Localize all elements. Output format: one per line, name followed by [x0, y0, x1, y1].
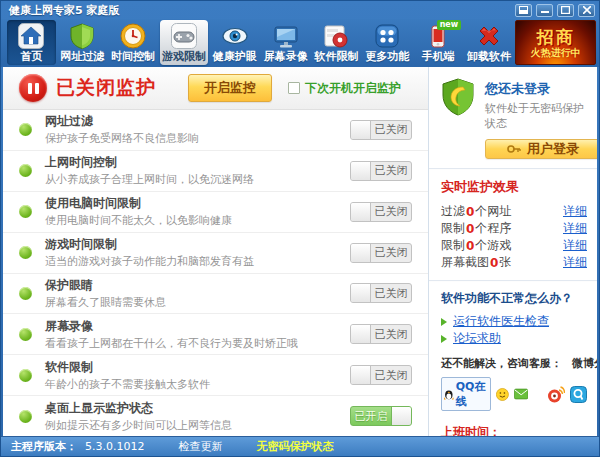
toggle-label: 已开启 [351, 407, 391, 425]
titlebar: 健康上网专家5 家庭版 [1, 1, 599, 19]
stat-suffix: 个网址 [475, 203, 511, 220]
help-link-row: 论坛求助 [441, 330, 587, 347]
feature-title: 上网时间控制 [45, 154, 254, 171]
feature-title: 网址过滤 [45, 113, 199, 130]
green-status-dot-icon [19, 369, 32, 382]
version-value: 5.3.0.1012 [85, 440, 144, 453]
tab-more-features-label: 更多功能 [365, 49, 409, 64]
tab-uninstall-label: 卸载软件 [467, 49, 511, 64]
promo-banner-title: 招商 [537, 28, 575, 46]
email-icon[interactable] [514, 387, 528, 401]
window-title: 健康上网专家5 家庭版 [9, 3, 119, 18]
arrow-icon [441, 318, 447, 326]
tab-url-filter[interactable]: 网址过滤 [58, 20, 107, 65]
maximize-icon[interactable] [557, 4, 574, 17]
feature-title: 游戏时间限制 [45, 236, 254, 253]
toggle-pc-time[interactable]: 已关闭 [350, 202, 412, 222]
qq-online-button[interactable]: QQ在线 [441, 377, 491, 411]
stat-row-urls: 过滤0个网址 详细 [441, 203, 587, 220]
tab-home-label: 首页 [20, 49, 42, 64]
tab-screen-record[interactable]: 屏幕录像 [261, 20, 310, 65]
feature-desc: 从小养成孩子合理上网时间，以免沉迷网络 [45, 172, 254, 187]
divider [429, 280, 597, 282]
toggle-label: 已关闭 [371, 366, 411, 384]
tab-game-limit[interactable]: 游戏限制 [160, 20, 209, 65]
monitor-feature-list: 网址过滤 保护孩子免受网络不良信息影响 已关闭 上网时间控制 从小养成孩子合理上… [3, 110, 428, 436]
phone-icon: new [425, 23, 451, 49]
weibo-share-label: 微博分享： [572, 356, 597, 371]
user-login-button[interactable]: 用户登录 [485, 139, 597, 159]
run-doctor-link[interactable]: 运行软件医生检查 [453, 313, 549, 330]
software-disc-icon [323, 23, 349, 49]
sina-weibo-icon[interactable] [547, 386, 565, 403]
smiley-icon[interactable] [496, 386, 509, 403]
stat-suffix: 张 [499, 254, 511, 271]
start-monitor-button[interactable]: 开启监控 [188, 74, 272, 102]
tab-home[interactable]: 首页 [7, 20, 56, 65]
toggle-label: 已关闭 [371, 325, 411, 343]
next-boot-checkbox-label: 下次开机开启监护 [305, 80, 401, 97]
home-icon [18, 23, 44, 49]
stat-row-programs: 限制0个程序 详细 [441, 220, 587, 237]
detail-link-games[interactable]: 详细 [563, 237, 587, 254]
detail-link-screenshots[interactable]: 详细 [563, 254, 587, 271]
forum-help-link[interactable]: 论坛求助 [453, 330, 501, 347]
toggle-screen-record[interactable]: 已关闭 [350, 324, 412, 344]
toggle-knob [351, 325, 371, 343]
tab-uninstall[interactable]: 卸载软件 [465, 20, 514, 65]
list-item: 上网时间控制 从小养成孩子合理上网时间，以免沉迷网络 已关闭 [3, 151, 428, 192]
window-controls [515, 4, 595, 17]
toggle-label: 已关闭 [371, 244, 411, 262]
toggle-game-time[interactable]: 已关闭 [350, 243, 412, 263]
tab-url-filter-label: 网址过滤 [60, 49, 104, 64]
new-badge: new [437, 20, 462, 30]
work-hours-label: 上班时间： [441, 424, 587, 436]
sidebar: 您还未登录 软件处于无密码保护状态 用户登录 实时监护效果 过滤0个网址 详细 … [429, 67, 597, 436]
toggle-software-limit[interactable]: 已关闭 [350, 365, 412, 385]
feature-title: 桌面上显示监护状态 [45, 400, 232, 417]
tab-software-limit[interactable]: 软件限制 [312, 20, 361, 65]
stat-prefix: 屏幕截图 [441, 254, 489, 271]
green-status-dot-icon [19, 164, 32, 177]
detail-link-urls[interactable]: 详细 [563, 203, 587, 220]
social-icons-row: QQ在线 [441, 377, 587, 411]
list-item: 保护眼睛 屏幕看久了眼睛需要休息 已关闭 [3, 274, 428, 315]
toggle-knob [351, 121, 371, 139]
toggle-online-time[interactable]: 已关闭 [350, 161, 412, 181]
tab-mobile[interactable]: new 手机端 [414, 20, 463, 65]
minimize-icon[interactable] [536, 4, 553, 17]
green-status-dot-icon [19, 205, 32, 218]
close-icon[interactable] [578, 4, 595, 17]
tab-time-control[interactable]: 时间控制 [109, 20, 158, 65]
qq-online-label: QQ在线 [456, 379, 486, 409]
feature-desc: 使用电脑时间不能太久，以免影响健康 [45, 213, 232, 228]
login-status-subtitle: 软件处于无密码保护状态 [485, 101, 587, 131]
check-update-link[interactable]: 检查更新 [178, 439, 222, 454]
detail-link-programs[interactable]: 详细 [563, 220, 587, 237]
feature-desc: 适当的游戏对孩子动作能力和脑部发育有益 [45, 254, 254, 269]
stat-prefix: 过滤 [441, 203, 465, 220]
toggle-url-filter[interactable]: 已关闭 [350, 120, 412, 140]
list-item: 网址过滤 保护孩子免受网络不良信息影响 已关闭 [3, 110, 428, 151]
arrow-icon [441, 335, 447, 343]
uninstall-x-icon [476, 23, 502, 49]
tab-more-features[interactable]: 更多功能 [363, 20, 412, 65]
skin-icon[interactable] [515, 4, 532, 17]
list-item: 屏幕录像 看看孩子上网都在干什么，有不良行为要及时矫正哦 已关闭 [3, 314, 428, 355]
tab-eye-care[interactable]: 健康护眼 [210, 20, 259, 65]
toggle-desktop-status[interactable]: 已开启 [350, 406, 412, 426]
app-window: 健康上网专家5 家庭版 首页 [0, 0, 600, 457]
stat-count: 0 [465, 205, 475, 219]
promo-banner-subtitle: 火热进行中 [531, 47, 581, 58]
stat-count: 0 [465, 239, 475, 253]
toggle-knob [351, 244, 371, 262]
tencent-weibo-icon[interactable] [570, 386, 587, 403]
next-boot-checkbox-row[interactable]: 下次开机开启监护 [288, 80, 401, 97]
statusbar: 主程序版本： 5.3.0.1012 检查更新 无密码保护状态 [1, 436, 599, 456]
next-boot-checkbox[interactable] [288, 82, 300, 94]
stat-prefix: 限制 [441, 220, 465, 237]
tab-software-limit-label: 软件限制 [314, 49, 358, 64]
toggle-eye-protect[interactable]: 已关闭 [350, 283, 412, 303]
toggle-label: 已关闭 [371, 284, 411, 302]
promo-banner[interactable]: 招商 火热进行中 [515, 20, 596, 65]
